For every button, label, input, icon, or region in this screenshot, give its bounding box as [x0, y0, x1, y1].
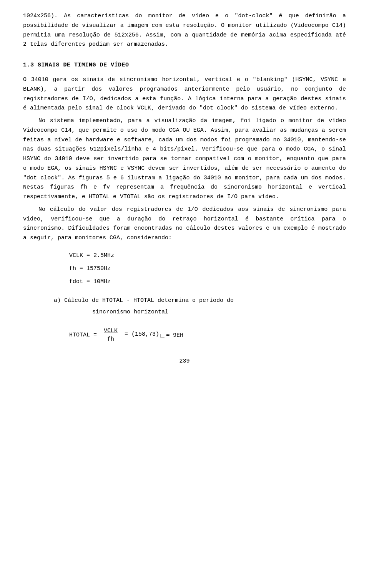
- htotal-label: HTOTAL =: [69, 332, 97, 338]
- section-heading: 1.3 SINAIS DE TIMING DE VÍDEO: [23, 62, 346, 68]
- calc-label-a2: sincronismo horizontal: [92, 308, 346, 317]
- formula-fdot: fdot = 10MHz: [69, 276, 346, 288]
- formulas-block: VCLK = 2.5MHz fh = 15750Hz fdot = 10MHz: [69, 250, 346, 288]
- page-number: 239: [23, 358, 346, 364]
- calc-section-a: a) Cálculo de HTOTAL - HTOTAL determina …: [54, 296, 346, 317]
- paragraph-1: O 34010 gera os sinais de sincronismo ho…: [23, 75, 346, 113]
- paragraph-2: No sistema implementado, para a visualiz…: [23, 116, 346, 202]
- htotal-denominator: fh: [106, 335, 116, 343]
- formula-vclk: VCLK = 2.5MHz: [69, 250, 346, 262]
- formula-fh: fh = 15750Hz: [69, 263, 346, 275]
- page: 1024x256). As características do monitor…: [0, 0, 369, 588]
- htotal-numerator: VCLK: [102, 328, 119, 335]
- htotal-formula-block: HTOTAL = VCLK fh = (158,73)1͟ ≃ 9EH: [69, 328, 346, 343]
- paragraph-3: No cálculo do valor dos registradores de…: [23, 205, 346, 243]
- htotal-result: = (158,73)1͟: [125, 331, 162, 339]
- calc-label-a: a) Cálculo de HTOTAL - HTOTAL determina …: [54, 296, 346, 305]
- htotal-subscript: 1͟: [159, 333, 162, 339]
- htotal-fraction: VCLK fh: [102, 328, 119, 343]
- htotal-approx: ≃ 9EH: [166, 331, 183, 339]
- intro-paragraph: 1024x256). As características do monitor…: [23, 12, 346, 50]
